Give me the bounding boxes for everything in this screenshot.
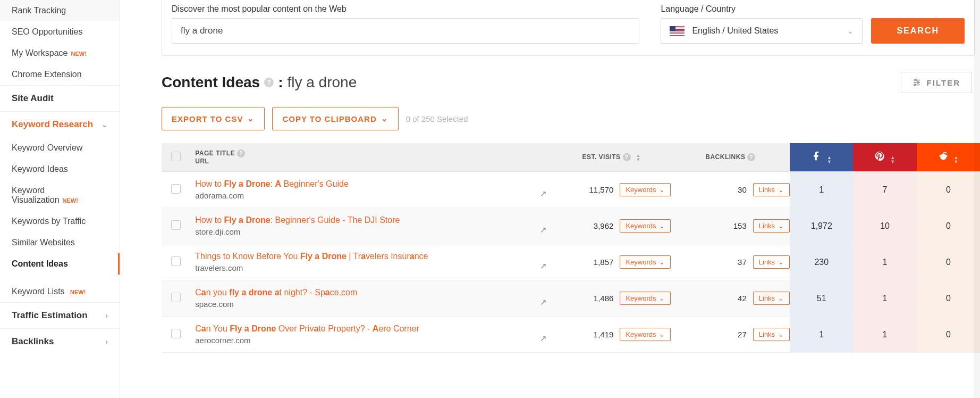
chevron-down-icon: ⌄	[659, 258, 665, 266]
backlinks-value: 30	[738, 185, 747, 194]
chevron-down-icon: ⌄	[102, 120, 108, 129]
sidebar-item-label: Content Ideas	[12, 259, 68, 268]
reddit-count: 0	[917, 172, 980, 208]
result-title-link[interactable]: Things to Know Before You Fly a Drone | …	[195, 252, 428, 261]
help-icon[interactable]: ?	[747, 153, 755, 161]
links-button[interactable]: Links ⌄	[753, 328, 790, 341]
col-page-title[interactable]: PAGE TITLE? URL	[190, 143, 552, 172]
result-title-link[interactable]: How to Fly a Drone: A Beginner's Guide	[195, 179, 349, 188]
sidebar-item-label: Chrome Extension	[12, 70, 82, 79]
sort-icon[interactable]: ▲▼	[890, 155, 895, 164]
row-checkbox[interactable]	[171, 220, 181, 230]
external-link-icon[interactable]: ↗	[540, 261, 547, 271]
export-label: EXPORT TO CSV	[172, 114, 243, 123]
keywords-button[interactable]: Keywords ⌄	[620, 255, 671, 269]
copy-clipboard-button[interactable]: COPY TO CLIPBOARD ⌄	[272, 107, 398, 130]
keywords-button[interactable]: Keywords ⌄	[620, 328, 671, 341]
backlinks-value: 37	[738, 258, 747, 267]
external-link-icon[interactable]: ↗	[540, 297, 547, 307]
col-backlinks[interactable]: BACKLINKS?	[671, 143, 790, 172]
svg-point-1	[915, 79, 916, 81]
row-checkbox[interactable]	[171, 329, 181, 338]
svg-point-8	[945, 155, 947, 156]
sidebar-item[interactable]: Keyword Overview	[0, 137, 120, 159]
search-panel: Discover the most popular content on the…	[162, 0, 975, 56]
language-select[interactable]: English / United States ⌄	[661, 18, 863, 44]
chevron-right-icon: ›	[105, 311, 108, 320]
row-checkbox[interactable]	[171, 184, 181, 194]
main-content: Discover the most popular content on the…	[120, 0, 980, 398]
col-checkbox	[162, 143, 190, 172]
keywords-button[interactable]: Keywords ⌄	[620, 219, 671, 233]
sidebar-item[interactable]: Keywords by Traffic	[0, 211, 120, 232]
row-checkbox[interactable]	[171, 256, 181, 266]
links-button[interactable]: Links ⌄	[753, 255, 790, 269]
sidebar-item-label: Keywords by Traffic	[12, 217, 86, 226]
reddit-count: 0	[917, 244, 980, 280]
col-est-visits[interactable]: EST. VISITS? ▲▼	[552, 143, 671, 172]
svg-point-6	[940, 154, 947, 160]
sidebar-item[interactable]: My WorkspaceNEW!	[0, 43, 120, 64]
chevron-down-icon: ⌄	[659, 294, 665, 302]
pinterest-count: 1	[853, 244, 916, 280]
sidebar-item[interactable]: Keyword VisualizationNEW!	[0, 180, 120, 211]
keywords-button[interactable]: Keywords ⌄	[620, 183, 671, 196]
chevron-down-icon: ⌄	[659, 330, 665, 338]
export-csv-button[interactable]: EXPORT TO CSV ⌄	[162, 107, 265, 130]
sidebar-item[interactable]: Content Ideas	[0, 253, 120, 275]
chevron-down-icon: ⌄	[659, 222, 665, 230]
search-input[interactable]	[172, 18, 639, 44]
select-all-checkbox[interactable]	[171, 152, 181, 161]
row-checkbox[interactable]	[171, 293, 181, 302]
links-button[interactable]: Links ⌄	[753, 292, 790, 305]
keywords-button[interactable]: Keywords ⌄	[620, 292, 671, 305]
chevron-down-icon: ⌄	[778, 294, 784, 302]
help-icon[interactable]: ?	[264, 78, 274, 87]
sidebar-item[interactable]: Keyword Ideas	[0, 159, 120, 180]
sidebar-group-traffic-estimation[interactable]: Traffic Estimation ›	[0, 302, 120, 328]
page-title-query: fly a drone	[287, 74, 357, 91]
pinterest-icon	[874, 151, 885, 161]
help-icon[interactable]: ?	[623, 153, 631, 161]
chevron-down-icon: ⌄	[247, 114, 255, 123]
col-pinterest[interactable]: ▲▼	[853, 143, 916, 172]
sort-icon[interactable]: ▲▼	[636, 153, 640, 162]
sidebar-item[interactable]: SEO Opportunities	[0, 21, 120, 43]
chevron-down-icon: ⌄	[778, 258, 784, 266]
sidebar-item-label: My Workspace	[12, 48, 68, 57]
external-link-icon[interactable]: ↗	[540, 225, 547, 235]
links-button[interactable]: Links ⌄	[753, 219, 790, 233]
sidebar-item-label: Keyword Lists	[12, 287, 65, 296]
sidebar-group-site-audit[interactable]: Site Audit	[0, 85, 120, 111]
sidebar-item-label: Keyword Ideas	[12, 164, 68, 173]
sidebar-item[interactable]: Chrome Extension	[0, 64, 120, 85]
col-facebook[interactable]: ▲▼	[790, 143, 853, 172]
result-url: space.com	[195, 300, 547, 309]
pinterest-count: 1	[853, 317, 916, 353]
sidebar-item-label: Rank Tracking	[12, 6, 66, 15]
result-url: adorama.com	[195, 191, 547, 200]
filter-button[interactable]: FILTER	[901, 72, 971, 93]
col-reddit[interactable]: ▲▼	[917, 143, 980, 172]
sidebar-group-keyword-research[interactable]: Keyword Research ⌄	[0, 111, 120, 137]
sort-icon[interactable]: ▲▼	[954, 155, 959, 164]
pinterest-count: 1	[853, 280, 916, 317]
links-button[interactable]: Links ⌄	[753, 183, 790, 196]
sidebar-item[interactable]: Similar Websites	[0, 232, 120, 253]
sidebar-label: Site Audit	[12, 93, 54, 104]
search-button[interactable]: SEARCH	[871, 18, 965, 44]
sort-icon[interactable]: ▲▼	[827, 155, 832, 164]
new-badge: NEW!	[71, 51, 87, 57]
external-link-icon[interactable]: ↗	[540, 334, 547, 343]
chevron-down-icon: ⌄	[659, 186, 665, 194]
flag-us-icon	[670, 26, 685, 36]
result-title-link[interactable]: Can you fly a drone at night? - Space.co…	[195, 288, 357, 297]
sidebar-item[interactable]: Rank Tracking	[0, 0, 120, 21]
result-title-link[interactable]: Can You Fly a Drone Over Private Propert…	[195, 324, 419, 333]
sidebar-item-keyword-lists[interactable]: Keyword Lists NEW!	[0, 281, 120, 302]
sidebar-group-backlinks[interactable]: Backlinks ›	[0, 328, 120, 354]
external-link-icon[interactable]: ↗	[540, 189, 547, 198]
result-title-link[interactable]: How to Fly a Drone: Beginner's Guide - T…	[195, 215, 400, 225]
language-label: Language / Country	[661, 4, 863, 14]
help-icon[interactable]: ?	[237, 150, 245, 157]
